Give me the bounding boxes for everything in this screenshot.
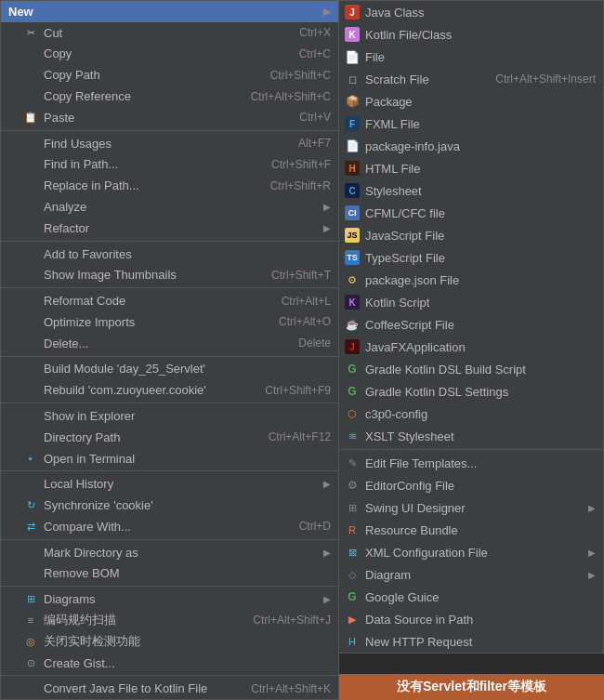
file-icon: 📄 [345,49,360,64]
right-item-typescript[interactable]: TS TypeScript File [339,246,603,269]
kotlin-script-icon: K [345,295,360,310]
menu-item-find-in-path[interactable]: Find in Path... Ctrl+Shift+F [1,154,338,176]
reformat-shortcut: Ctrl+Alt+L [282,295,331,308]
convert-java-shortcut: Ctrl+Alt+Shift+K [251,682,331,695]
copy-path-label: Copy Path [44,68,256,82]
menu-item-refactor[interactable]: Refactor ▶ [1,218,338,239]
diagram-arrow: ▶ [588,570,596,580]
directory-path-icon [23,429,38,444]
menu-item-build-module[interactable]: Build Module 'day_25_Servlet' [1,359,338,380]
right-item-datasource[interactable]: ▶ Data Source in Path [339,608,603,630]
menu-item-delete[interactable]: Delete... Delete [1,333,338,354]
right-item-xml-config[interactable]: ⊠ XML Configuration File ▶ [339,541,603,563]
show-thumbnails-label: Show Image Thumbnails [44,268,256,282]
build-icon [23,362,38,376]
add-favorites-label: Add to Favorites [44,247,331,261]
right-item-editorconfig[interactable]: ⚙ EditorConfig File [339,474,603,496]
menu-item-directory-path[interactable]: Directory Path Ctrl+Alt+F12 [1,427,338,448]
menu-header-new[interactable]: New ▶ [1,1,338,22]
right-item-kotlin-file[interactable]: K Kotlin File/Class [339,23,603,46]
right-item-stylesheet[interactable]: C Stylesheet [339,179,603,202]
right-item-gradle-build[interactable]: G Gradle Kotlin DSL Build Script [339,358,603,380]
packagejson-icon: ⚙ [345,272,360,287]
right-item-c3p0[interactable]: ⬡ c3p0-config [339,403,603,425]
resource-bundle-label: Resource Bundle [365,523,596,537]
right-item-swing-designer[interactable]: ⊞ Swing UI Designer ▶ [339,496,603,519]
menu-item-show-explorer[interactable]: Show in Explorer [1,405,338,427]
right-item-package[interactable]: 📦 Package [339,90,603,112]
right-item-packagejson[interactable]: ⚙ package.json File [339,269,603,291]
right-item-http-request[interactable]: H New HTTP Request [339,630,603,653]
menu-item-open-terminal[interactable]: ▪ Open in Terminal [1,448,338,469]
xml-config-label: XML Configuration File [365,546,588,560]
analyze-label: Analyze [44,200,316,214]
compare-icon: ⇄ [23,519,38,534]
refactor-arrow-icon: ▶ [323,223,331,233]
datasource-icon: ▶ [345,612,360,627]
separator-7 [1,539,338,540]
menu-item-rebuild[interactable]: Rebuild 'com.zuoyueer.cookie' Ctrl+Shift… [1,379,338,401]
directory-path-shortcut: Ctrl+Alt+F12 [269,430,331,443]
menu-item-copy[interactable]: Copy Ctrl+C [1,44,338,65]
directory-path-label: Directory Path [44,430,254,444]
menu-item-local-history[interactable]: Local History ▶ [1,473,338,495]
menu-item-copy-reference[interactable]: Copy Reference Ctrl+Alt+Shift+C [1,86,338,107]
right-item-google-guice[interactable]: G Google Guice [339,586,603,608]
menu-item-paste[interactable]: 📋 Paste Ctrl+V [1,107,338,128]
menu-item-realtime[interactable]: ◎ 关闭实时检测功能 [1,631,338,653]
show-thumbnails-icon [23,268,38,283]
menu-item-create-gist[interactable]: ⊙ Create Gist... [1,653,338,674]
delete-shortcut: Delete [298,337,331,350]
right-item-html[interactable]: H HTML File [339,157,603,179]
menu-item-copy-path[interactable]: Copy Path Ctrl+Shift+C [1,64,338,86]
paste-label: Paste [44,111,284,125]
right-item-fxml[interactable]: F FXML File [339,112,603,135]
right-item-package-info[interactable]: 📄 package-info.java [339,135,603,157]
mark-directory-label: Mark Directory as [44,546,316,560]
menu-item-compare[interactable]: ⇄ Compare With... Ctrl+D [1,516,338,537]
menu-item-replace-in-path[interactable]: Replace in Path... Ctrl+Shift+R [1,175,338,196]
right-item-coffeescript[interactable]: ☕ CoffeeScript File [339,313,603,336]
right-item-file[interactable]: 📄 File [339,46,603,68]
rebuild-icon [23,383,38,398]
coffeescript-icon: ☕ [345,317,360,332]
menu-item-scan[interactable]: ≡ 编码规约扫描 Ctrl+Alt+Shift+J [1,610,338,631]
gradle-build-icon: G [345,362,360,376]
kotlin-file-icon: K [345,27,360,42]
optimize-label: Optimize Imports [44,315,264,329]
menu-item-mark-directory[interactable]: Mark Directory as ▶ [1,542,338,563]
diagrams-label: Diagrams [44,592,316,606]
right-item-javascript[interactable]: JS JavaScript File [339,224,603,246]
menu-item-diagrams[interactable]: ⊞ Diagrams ▶ [1,588,338,610]
delete-label: Delete... [44,337,283,350]
diagram-icon: ◇ [345,567,360,582]
right-item-javafx[interactable]: J JavaFXApplication [339,336,603,358]
right-item-scratch-file[interactable]: ◻ Scratch File Ctrl+Alt+Shift+Insert [339,68,603,90]
right-item-java-class[interactable]: J Java Class [339,1,603,23]
right-item-edit-templates[interactable]: ✎ Edit File Templates... [339,452,603,474]
swing-designer-icon: ⊞ [345,500,360,515]
right-item-gradle-settings[interactable]: G Gradle Kotlin DSL Settings [339,380,603,403]
menu-item-remove-bom[interactable]: Remove BOM [1,562,338,584]
mark-directory-arrow: ▶ [323,548,331,558]
file-label: File [365,50,596,64]
menu-item-show-thumbnails[interactable]: Show Image Thumbnails Ctrl+Shift+T [1,264,338,285]
menu-item-synchronize[interactable]: ↻ Synchronize 'cookie' [1,495,338,516]
right-item-resource-bundle[interactable]: R Resource Bundle [339,519,603,541]
menu-item-cut[interactable]: ✂ Cut Ctrl+X [1,22,338,44]
right-item-diagram[interactable]: ◇ Diagram ▶ [339,563,603,586]
right-item-xslt[interactable]: ≋ XSLT Stylesheet [339,425,603,447]
menu-item-find-usages[interactable]: Find Usages Alt+F7 [1,133,338,154]
menu-item-analyze[interactable]: Analyze ▶ [1,196,338,218]
separator-1 [1,130,338,131]
menu-item-reformat-code[interactable]: Reformat Code Ctrl+Alt+L [1,290,338,311]
kotlin-file-label: Kotlin File/Class [365,28,596,42]
right-item-cfml[interactable]: CI CFML/CFC file [339,202,603,224]
gradle-settings-icon: G [345,384,360,399]
menu-item-convert-java[interactable]: Convert Java File to Kotlin File Ctrl+Al… [1,678,338,699]
menu-item-add-favorites[interactable]: Add to Favorites [1,244,338,265]
right-item-kotlin-script[interactable]: K Kotlin Script [339,291,603,313]
refactor-icon [23,220,38,235]
local-history-label: Local History [44,477,316,491]
menu-item-optimize-imports[interactable]: Optimize Imports Ctrl+Alt+O [1,311,338,333]
